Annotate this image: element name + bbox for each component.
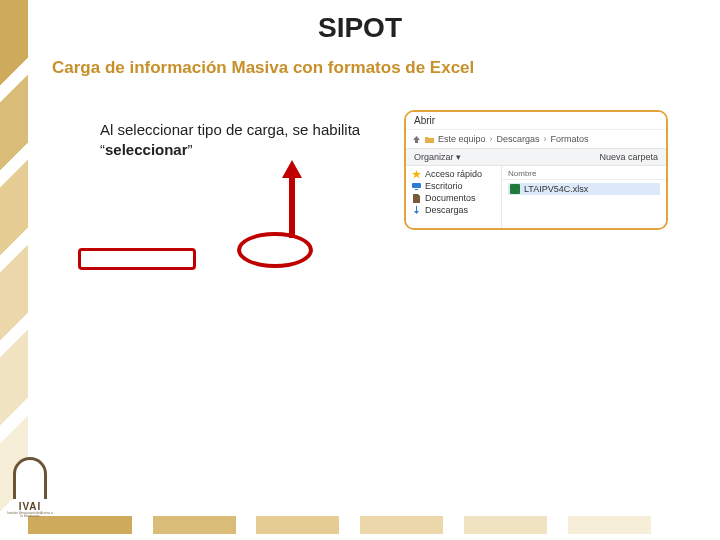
svg-rect-2 [412, 183, 421, 188]
path-seg-2: Formatos [551, 134, 589, 144]
sidebar-item-desktop[interactable]: Escritorio [406, 180, 501, 192]
column-header-name: Nombre [502, 168, 666, 180]
sidebar-item-label: Documentos [425, 193, 476, 203]
subtitle: Carga de información Masiva con formatos… [52, 58, 474, 78]
folder-icon [425, 135, 434, 144]
column-header-label: Nombre [508, 169, 536, 178]
body-text-bold: seleccionar [105, 141, 188, 158]
toolbar-new-folder[interactable]: Nueva carpeta [599, 152, 658, 162]
chevron-right-icon: › [544, 134, 547, 144]
arrow-annotation-icon [280, 160, 304, 238]
sidebar-item-label: Escritorio [425, 181, 463, 191]
ivai-logo: IVAI Instituto Veracruzano de Acceso a l… [6, 457, 54, 518]
page-title: SIPOT [0, 12, 720, 44]
path-seg-0: Este equipo [438, 134, 486, 144]
file-row[interactable]: LTAIPV54C.xlsx [508, 183, 660, 195]
file-open-dialog: Abrir Este equipo › Descargas › Formatos… [404, 110, 668, 230]
file-name: LTAIPV54C.xlsx [524, 184, 588, 194]
path-seg-1: Descargas [497, 134, 540, 144]
dialog-sidebar: Acceso rápido Escritorio Documentos Desc… [406, 166, 502, 230]
body-text: Al seleccionar tipo de carga, se habilit… [100, 120, 370, 159]
download-icon [412, 206, 421, 215]
logo-subtext: Instituto Veracruzano de Acceso a la Inf… [6, 512, 54, 518]
body-text-suffix: ” [188, 141, 193, 158]
svg-marker-0 [282, 160, 302, 238]
desktop-icon [412, 182, 421, 191]
svg-marker-1 [412, 170, 421, 179]
decorative-bottom-stripe [28, 516, 720, 534]
excel-file-icon [510, 184, 520, 194]
dialog-path: Este equipo › Descargas › Formatos [406, 130, 666, 149]
up-arrow-icon [412, 135, 421, 144]
rectangle-annotation [78, 248, 196, 270]
svg-rect-4 [510, 184, 520, 194]
dialog-file-list: Nombre LTAIPV54C.xlsx [502, 166, 666, 230]
svg-rect-3 [415, 189, 418, 190]
toolbar-organize[interactable]: Organizar ▾ [414, 152, 461, 162]
sidebar-item-documents[interactable]: Documentos [406, 192, 501, 204]
sidebar-item-downloads[interactable]: Descargas [406, 204, 501, 216]
oval-annotation [237, 232, 313, 268]
star-icon [412, 170, 421, 179]
logo-arch-icon [13, 457, 47, 499]
document-icon [412, 194, 421, 203]
dialog-title: Abrir [406, 112, 666, 130]
sidebar-item-label: Descargas [425, 205, 468, 215]
sidebar-item-label: Acceso rápido [425, 169, 482, 179]
chevron-right-icon: › [490, 134, 493, 144]
dialog-toolbar: Organizar ▾ Nueva carpeta [406, 149, 666, 166]
sidebar-item-quick-access[interactable]: Acceso rápido [406, 168, 501, 180]
